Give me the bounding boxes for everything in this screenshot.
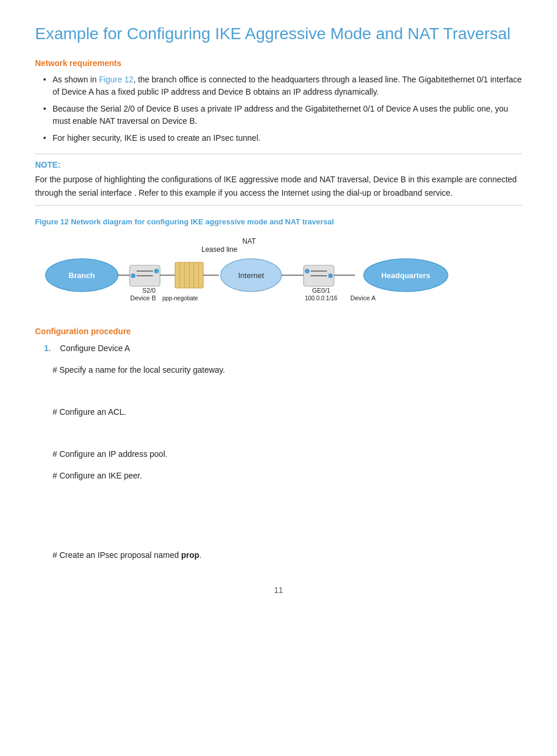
svg-text:Headquarters: Headquarters: [381, 271, 430, 280]
page-number: 11: [35, 585, 522, 595]
config-section: 1. Configure Device A # Specify a name f…: [35, 342, 522, 561]
svg-text:ppp-negotiate: ppp-negotiate: [162, 295, 199, 301]
svg-point-27: [305, 269, 309, 273]
config-comment-5: # Create an IPsec proposal named prop.: [53, 549, 522, 561]
network-diagram: NAT Leased line Branch S2/0 Device B ppp…: [35, 233, 522, 309]
network-requirements-title: Network requirements: [35, 58, 522, 68]
svg-text:Device A: Device A: [350, 294, 376, 301]
svg-point-8: [154, 269, 159, 273]
svg-text:Branch: Branch: [69, 271, 95, 280]
svg-text:100.0.0.1/16: 100.0.0.1/16: [305, 295, 337, 301]
requirement-item-3: For higher security, IKE is used to crea…: [53, 132, 522, 144]
note-box: NOTE: For the purpose of highlighting th…: [35, 154, 522, 206]
requirement-item-1: As shown in Figure 12, the branch office…: [53, 74, 522, 98]
svg-point-7: [131, 273, 135, 278]
svg-text:GE0/1: GE0/1: [312, 287, 330, 294]
config-procedure-title: Configuration procedure: [35, 327, 522, 336]
figure-link[interactable]: Figure 12: [99, 75, 133, 84]
svg-text:Device B: Device B: [130, 294, 156, 301]
requirements-list: As shown in Figure 12, the branch office…: [35, 74, 522, 144]
config-comment-1: # Specify a name for the local security …: [53, 363, 522, 376]
step-text: Configure Device A: [60, 344, 130, 353]
config-comment-3: # Configure an IP address pool.: [53, 448, 522, 460]
svg-text:S2/0: S2/0: [142, 287, 156, 294]
figure-title: Figure 12 Network diagram for configurin…: [35, 217, 522, 226]
prop-bold: prop: [181, 550, 199, 560]
note-label: NOTE:: [35, 160, 522, 169]
svg-text:NAT: NAT: [242, 237, 256, 245]
svg-text:Internet: Internet: [238, 271, 264, 280]
config-comment-4: # Configure an IKE peer.: [53, 469, 522, 482]
requirement-item-2: Because the Serial 2/0 of Device B uses …: [53, 103, 522, 127]
note-text: For the purpose of highlighting the conf…: [35, 173, 522, 199]
config-comment-2: # Configure an ACL.: [53, 405, 522, 418]
page-title: Example for Configuring IKE Aggressive M…: [35, 23, 522, 44]
step-number: 1.: [44, 344, 51, 353]
svg-text:Leased line: Leased line: [201, 245, 238, 254]
svg-point-28: [328, 273, 333, 278]
config-step-1: 1. Configure Device A: [35, 342, 522, 355]
